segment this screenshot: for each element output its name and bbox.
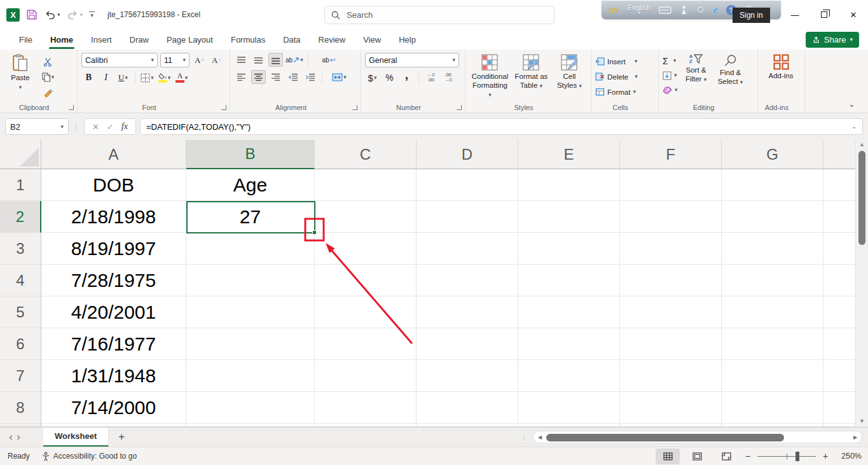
internet-explorer-icon[interactable]: e xyxy=(713,4,718,16)
format-cells-button[interactable]: Format ▾ xyxy=(595,85,654,99)
cell-H6-partial[interactable] xyxy=(823,328,855,360)
decrease-font-size-button[interactable]: A˅ xyxy=(209,53,224,67)
collapse-ribbon-icon[interactable]: ⌄ xyxy=(848,99,855,109)
cell-A8[interactable]: 7/14/2000 xyxy=(41,392,186,424)
row-header-3[interactable]: 3 xyxy=(0,233,41,265)
fill-button[interactable]: ▾ xyxy=(663,69,678,82)
cell-styles-button[interactable]: Cell Styles ▾ xyxy=(552,53,587,102)
customize-qat-button[interactable]: ▾ xyxy=(89,11,95,18)
cell-D6[interactable] xyxy=(417,328,518,360)
vertical-scroll-thumb[interactable] xyxy=(858,151,865,245)
cell-C8[interactable] xyxy=(315,392,417,424)
cell-F5[interactable] xyxy=(620,296,722,328)
number-format-combo[interactable]: General ▾ xyxy=(365,53,459,67)
cell-E7[interactable] xyxy=(518,360,620,392)
cell-F1[interactable] xyxy=(620,169,722,201)
tab-data[interactable]: Data xyxy=(274,29,309,50)
cell-F8[interactable] xyxy=(620,392,722,424)
share-button[interactable]: Share ▾ xyxy=(806,32,859,48)
align-center-button[interactable] xyxy=(251,70,266,84)
cell-A5[interactable]: 4/20/2001 xyxy=(41,296,186,328)
zoom-slider-thumb[interactable] xyxy=(796,452,799,461)
cell-C2[interactable] xyxy=(315,201,417,233)
format-as-table-button[interactable]: Format as Table ▾ xyxy=(512,53,551,102)
tab-view[interactable]: View xyxy=(354,29,390,50)
bold-button[interactable]: B xyxy=(81,71,96,85)
comma-style-button[interactable]: , xyxy=(399,71,414,85)
copy-button[interactable]: ▾ xyxy=(41,70,55,84)
cell-G6[interactable] xyxy=(722,328,823,360)
row-header-7[interactable]: 7 xyxy=(0,360,41,392)
cell-F6[interactable] xyxy=(620,328,722,360)
merge-center-button[interactable]: ▾ xyxy=(332,70,347,84)
normal-view-button[interactable] xyxy=(656,448,680,464)
vertical-scrollbar[interactable]: ▲ ▼ xyxy=(855,140,868,427)
cell-E3[interactable] xyxy=(518,233,620,265)
name-box-splitter[interactable]: ⋮ xyxy=(72,122,80,131)
scroll-left-icon[interactable]: ◀ xyxy=(534,434,546,440)
increase-font-size-button[interactable]: A˄ xyxy=(192,53,207,67)
middle-align-button[interactable] xyxy=(251,53,266,67)
row-header-8[interactable]: 8 xyxy=(0,392,41,424)
keyboard-icon[interactable] xyxy=(659,6,672,14)
column-header-B[interactable]: B xyxy=(186,140,315,169)
cell-D2[interactable] xyxy=(417,201,518,233)
tab-file[interactable]: File xyxy=(10,29,41,50)
cell-H4-partial[interactable] xyxy=(823,265,855,296)
tab-scroll-splitter[interactable]: ⋮ xyxy=(520,436,527,439)
font-color-button[interactable]: A ▾ xyxy=(174,71,189,85)
font-size-combo[interactable]: 11 ▾ xyxy=(160,53,189,67)
cell-F2[interactable] xyxy=(620,201,722,233)
cell-H1-partial[interactable] xyxy=(823,169,855,201)
save-button[interactable] xyxy=(26,9,38,20)
cell-G7[interactable] xyxy=(722,360,823,392)
tab-insert[interactable]: Insert xyxy=(82,29,121,50)
cell-F7[interactable] xyxy=(620,360,722,392)
column-header-C[interactable]: C xyxy=(315,140,417,169)
cell-E6[interactable] xyxy=(518,328,620,360)
undo-button[interactable]: ▾ xyxy=(44,10,60,20)
cell-F3[interactable] xyxy=(620,233,722,265)
insert-function-button[interactable]: fx xyxy=(121,121,128,132)
tab-page-layout[interactable]: Page Layout xyxy=(158,29,222,50)
row-header-5[interactable]: 5 xyxy=(0,296,41,328)
cell-A2[interactable]: 2/18/1998 xyxy=(41,201,186,233)
font-name-combo[interactable]: Calibri ▾ xyxy=(81,53,158,67)
avro-keyboard-icon[interactable] xyxy=(608,5,619,15)
tab-home[interactable]: Home xyxy=(41,29,82,50)
sheet-tab-worksheet[interactable]: Worksheet xyxy=(43,427,109,447)
cell-D7[interactable] xyxy=(417,360,518,392)
excel-app-icon[interactable]: X xyxy=(6,8,20,22)
increase-indent-button[interactable] xyxy=(303,70,317,84)
clear-button[interactable]: ▾ xyxy=(663,83,678,97)
find-select-button[interactable]: Find & Select ▾ xyxy=(715,53,747,102)
align-right-button[interactable] xyxy=(268,70,283,84)
autosum-button[interactable]: Σ▾ xyxy=(663,54,678,67)
tab-draw[interactable]: Draw xyxy=(121,29,158,50)
cell-A1[interactable]: DOB xyxy=(41,169,186,201)
row-header-4[interactable]: 4 xyxy=(0,265,41,296)
column-header-D[interactable]: D xyxy=(417,140,518,169)
name-box[interactable]: B2 ▾ xyxy=(5,118,69,135)
cell-A4[interactable]: 7/28/1975 xyxy=(41,265,186,296)
expand-formula-bar-icon[interactable]: ⌄ xyxy=(851,124,857,130)
cell-C7[interactable] xyxy=(315,360,417,392)
cell-F4[interactable] xyxy=(620,265,722,296)
delete-cells-button[interactable]: Delete ▾ xyxy=(595,70,654,83)
cell-A7[interactable]: 1/31/1948 xyxy=(41,360,186,392)
align-left-button[interactable] xyxy=(234,70,249,84)
tab-review[interactable]: Review xyxy=(310,29,355,50)
cell-D5[interactable] xyxy=(417,296,518,328)
cell-G5[interactable] xyxy=(722,296,823,328)
undo-caret-icon[interactable]: ▾ xyxy=(57,12,60,18)
alignment-dialog-launcher[interactable] xyxy=(352,105,357,110)
cell-H3-partial[interactable] xyxy=(823,233,855,265)
cell-B8[interactable] xyxy=(186,392,315,424)
top-align-button[interactable] xyxy=(234,53,249,67)
cell-E2[interactable] xyxy=(518,201,620,233)
cell-B3[interactable] xyxy=(186,233,315,265)
cell-B2[interactable]: 27 xyxy=(186,201,315,233)
column-header-G[interactable]: G xyxy=(722,140,823,169)
select-all-button[interactable] xyxy=(0,140,41,169)
clipboard-dialog-launcher[interactable] xyxy=(69,105,74,110)
